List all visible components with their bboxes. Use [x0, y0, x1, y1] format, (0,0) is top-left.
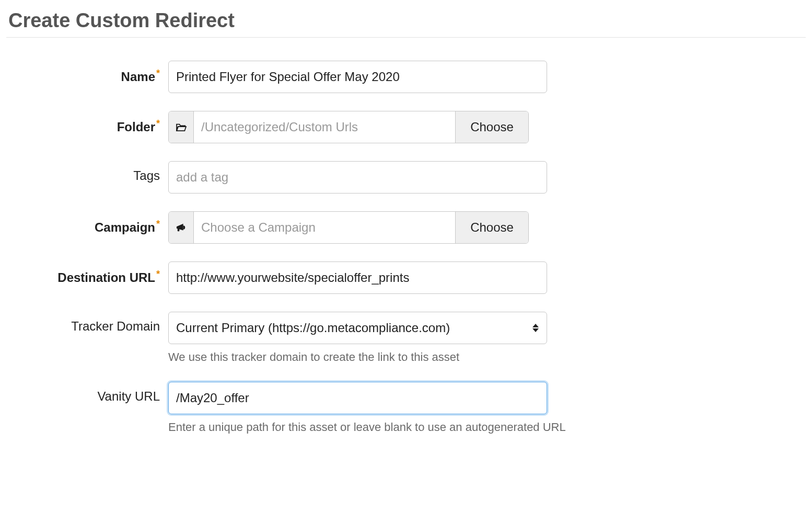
folder-choose-button[interactable]: Choose [455, 111, 528, 143]
folder-input-group: Choose [168, 111, 529, 143]
divider [6, 37, 806, 38]
row-name: Name* [6, 61, 806, 93]
folder-open-icon [169, 111, 194, 143]
label-vanity-url: Vanity URL [6, 382, 168, 404]
row-tracker-domain: Tracker Domain Current Primary (https://… [6, 312, 806, 364]
name-input[interactable] [168, 61, 547, 93]
destination-url-input[interactable] [168, 262, 547, 294]
row-campaign: Campaign* Choose [6, 211, 806, 244]
label-tracker-domain: Tracker Domain [6, 312, 168, 334]
folder-input[interactable] [194, 111, 455, 143]
required-marker: * [156, 68, 160, 78]
tags-input[interactable] [168, 161, 547, 194]
label-campaign: Campaign* [6, 211, 168, 235]
megaphone-icon [169, 212, 194, 243]
svg-rect-0 [177, 229, 179, 231]
row-tags: Tags [6, 161, 806, 194]
label-destination-url: Destination URL* [6, 262, 168, 285]
required-marker: * [156, 219, 160, 229]
label-name: Name* [6, 61, 168, 84]
vanity-url-help-text: Enter a unique path for this asset or le… [168, 420, 618, 434]
page-title: Create Custom Redirect [6, 9, 806, 32]
row-vanity-url: Vanity URL Enter a unique path for this … [6, 382, 806, 434]
campaign-choose-button[interactable]: Choose [455, 212, 528, 243]
campaign-input[interactable] [194, 212, 455, 243]
required-marker: * [156, 118, 160, 129]
select-caret-icon [532, 322, 539, 334]
label-folder: Folder* [6, 111, 168, 134]
create-custom-redirect-form: Name* Folder* Choose Tag [6, 61, 806, 434]
tracker-domain-select[interactable]: Current Primary (https://go.metacomplian… [168, 312, 547, 344]
row-folder: Folder* Choose [6, 111, 806, 143]
row-destination-url: Destination URL* [6, 262, 806, 294]
label-tags: Tags [6, 161, 168, 183]
campaign-input-group: Choose [168, 211, 529, 244]
tracker-domain-help-text: We use this tracker domain to create the… [168, 350, 618, 364]
required-marker: * [156, 269, 160, 279]
vanity-url-input[interactable] [168, 382, 547, 414]
tracker-domain-selected-value: Current Primary (https://go.metacomplian… [176, 321, 532, 335]
